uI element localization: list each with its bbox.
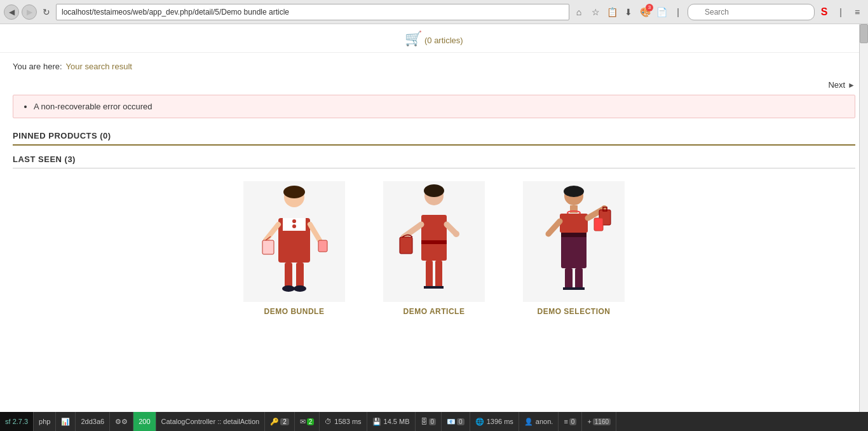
- forward-button[interactable]: ▶: [22, 4, 37, 20]
- last-seen-heading: LAST SEEN (3): [13, 154, 855, 168]
- url-bar[interactable]: [56, 4, 569, 20]
- svg-rect-38: [575, 268, 583, 289]
- svg-point-16: [424, 184, 444, 197]
- product-name-2: DEMO SELECTION: [537, 307, 610, 316]
- separator2-icon: |: [834, 5, 848, 19]
- cart-bar[interactable]: 🛒 (0 articles): [0, 24, 868, 53]
- svg-point-5: [292, 224, 296, 228]
- next-arrow-icon: ►: [848, 81, 855, 90]
- back-button[interactable]: ◀: [4, 4, 19, 20]
- svg-point-20: [453, 231, 459, 237]
- product-card-1[interactable]: DEMO ARTICLE: [377, 181, 491, 316]
- svg-point-1: [283, 186, 305, 198]
- cart-icon: 🛒: [405, 31, 422, 46]
- svg-rect-17: [421, 215, 447, 261]
- svg-rect-31: [560, 214, 588, 233]
- svg-rect-12: [262, 240, 274, 254]
- scrollbar[interactable]: [859, 24, 868, 406]
- svg-rect-39: [563, 287, 574, 290]
- svg-rect-22: [426, 261, 433, 287]
- s-icon[interactable]: S: [817, 5, 831, 19]
- extensions-icon[interactable]: 🎨 3: [638, 5, 652, 19]
- product-name-0: DEMO BUNDLE: [264, 307, 325, 316]
- svg-point-10: [282, 285, 295, 292]
- browser-search-wrap: [688, 4, 815, 20]
- scrollbar-thumb[interactable]: [860, 24, 868, 43]
- product-figure-2: [529, 183, 618, 301]
- product-name-1: DEMO ARTICLE: [403, 307, 465, 316]
- error-box: A non-recoverable error occured: [13, 95, 855, 118]
- svg-rect-24: [424, 286, 434, 289]
- svg-point-4: [292, 219, 296, 223]
- svg-rect-25: [433, 286, 444, 289]
- home-button[interactable]: ⌂: [572, 5, 586, 19]
- cart-text: (0 articles): [424, 36, 463, 45]
- next-button[interactable]: Next ►: [828, 80, 855, 90]
- svg-rect-13: [318, 240, 327, 252]
- breadcrumb: You are here: Your search result: [0, 53, 868, 78]
- download-icon[interactable]: ⬇: [621, 5, 635, 19]
- product-grid: DEMO BUNDLE: [0, 168, 868, 322]
- svg-point-11: [294, 285, 306, 292]
- error-message: A non-recoverable error occured: [34, 102, 844, 111]
- bookmark-star-icon[interactable]: ☆: [588, 5, 602, 19]
- menu-icon[interactable]: ≡: [850, 5, 864, 19]
- product-image-1: [383, 181, 485, 302]
- product-figure-1: [390, 183, 478, 301]
- separator-icon: |: [671, 5, 685, 19]
- product-figure-0: [250, 183, 339, 301]
- breadcrumb-label: You are here:: [13, 62, 62, 71]
- svg-rect-37: [565, 268, 573, 289]
- next-row: Next ►: [0, 78, 868, 92]
- page-content: 🛒 (0 articles) You are here: Your search…: [0, 24, 868, 406]
- reader-icon[interactable]: 📄: [654, 5, 668, 19]
- product-image-0: [243, 181, 345, 302]
- svg-line-6: [266, 224, 278, 240]
- svg-point-28: [564, 186, 584, 197]
- next-label: Next: [828, 80, 845, 90]
- svg-rect-21: [421, 240, 447, 244]
- browser-search-input[interactable]: [688, 4, 815, 20]
- svg-rect-26: [400, 237, 412, 254]
- extensions-badge: 3: [646, 4, 653, 11]
- product-card-0[interactable]: DEMO BUNDLE: [237, 181, 351, 316]
- svg-rect-9: [296, 263, 304, 288]
- browser-chrome: ◀ ▶ ↻ ⌂ ☆ 📋 ⬇ 🎨 3 📄 | S | ≡: [0, 0, 868, 24]
- svg-line-7: [310, 224, 320, 240]
- svg-rect-40: [573, 287, 585, 290]
- svg-rect-43: [594, 218, 603, 231]
- product-image-2: [523, 181, 625, 302]
- svg-rect-35: [561, 233, 587, 268]
- svg-line-34: [548, 221, 560, 234]
- pinned-products-heading: PINNED PRODUCTS (0): [13, 131, 855, 146]
- refresh-button[interactable]: ↻: [39, 5, 53, 19]
- svg-rect-23: [435, 261, 442, 287]
- breadcrumb-link[interactable]: Your search result: [66, 62, 132, 71]
- svg-rect-36: [561, 233, 587, 237]
- svg-rect-8: [285, 263, 292, 288]
- bookmarks-icon[interactable]: 📋: [605, 5, 619, 19]
- product-card-2[interactable]: DEMO SELECTION: [517, 181, 631, 316]
